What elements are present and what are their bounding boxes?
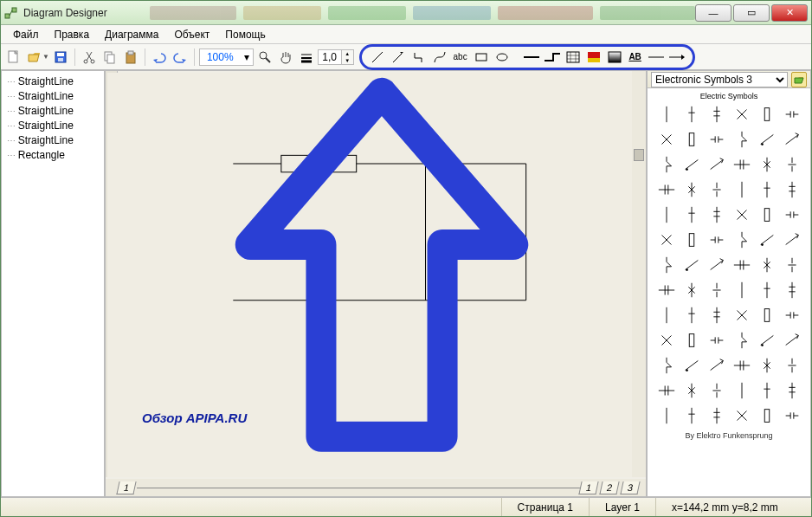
copy-button[interactable] <box>100 48 119 67</box>
palette-symbol[interactable] <box>782 104 802 125</box>
palette-symbol[interactable] <box>706 154 727 175</box>
minimize-button[interactable]: — <box>695 4 731 22</box>
palette-symbol[interactable] <box>782 330 802 351</box>
paste-button[interactable] <box>121 48 140 67</box>
palette-symbol[interactable] <box>731 305 752 326</box>
palette-symbol[interactable] <box>681 305 702 326</box>
palette-symbol[interactable] <box>757 280 777 301</box>
palette-symbol[interactable] <box>656 129 677 150</box>
palette-symbol[interactable] <box>757 305 777 326</box>
tree-item[interactable]: StraightLine <box>7 104 99 119</box>
palette-symbol[interactable] <box>757 355 777 376</box>
palette-symbol[interactable] <box>681 129 702 150</box>
palette-symbol[interactable] <box>681 255 702 275</box>
palette-symbol[interactable] <box>706 330 727 351</box>
tree-item[interactable]: StraightLine <box>7 74 99 89</box>
palette-symbol[interactable] <box>782 280 802 301</box>
line-width-input[interactable] <box>318 49 342 65</box>
page-tab[interactable]: 2 <box>599 481 619 494</box>
palette-symbol[interactable] <box>757 179 777 200</box>
cut-button[interactable] <box>80 48 99 67</box>
palette-symbol[interactable] <box>656 305 677 326</box>
fill-color[interactable] <box>585 48 603 66</box>
zoom-combo[interactable]: 100% ▾ <box>199 48 254 66</box>
palette-symbol[interactable] <box>681 204 702 225</box>
palette-symbol[interactable] <box>656 255 677 275</box>
save-button[interactable] <box>51 48 70 67</box>
palette-symbol[interactable] <box>656 355 677 376</box>
palette-symbol[interactable] <box>731 179 752 200</box>
open-dropdown[interactable]: ▼ <box>42 53 49 61</box>
palette-symbol[interactable] <box>706 355 727 376</box>
menu-object[interactable]: Объект <box>167 26 216 43</box>
line-style-step[interactable] <box>544 48 561 66</box>
palette-symbol[interactable] <box>656 179 677 200</box>
palette-symbol[interactable] <box>757 204 777 225</box>
palette-symbol[interactable] <box>782 179 802 200</box>
menu-diagram[interactable]: Диаграмма <box>98 26 165 43</box>
palette-symbol[interactable] <box>706 129 727 150</box>
drawing-canvas[interactable]: Обзор APIPA.RU <box>107 73 644 477</box>
palette-symbol[interactable] <box>681 380 702 401</box>
palette-symbol[interactable] <box>656 280 677 301</box>
palette-symbol[interactable] <box>731 104 752 125</box>
palette-symbol[interactable] <box>782 355 802 376</box>
line-width-spinner[interactable]: ▲▼ <box>342 49 354 65</box>
palette-symbol[interactable] <box>757 154 777 175</box>
palette-body[interactable]: Electric Symbols By Elektro Funkensprung <box>648 88 810 496</box>
palette-symbol[interactable] <box>782 255 802 275</box>
palette-symbol[interactable] <box>731 154 752 175</box>
menu-file[interactable]: Файл <box>6 26 46 43</box>
text-style[interactable]: AB <box>627 48 644 66</box>
palette-symbol[interactable] <box>681 179 702 200</box>
palette-symbol[interactable] <box>656 229 677 250</box>
palette-symbol[interactable] <box>757 229 777 250</box>
tool-rectangle[interactable] <box>473 48 490 66</box>
redo-button[interactable] <box>171 48 190 67</box>
palette-symbol[interactable] <box>706 229 727 250</box>
page-tab[interactable]: 1 <box>578 481 598 494</box>
palette-symbol[interactable] <box>782 204 802 225</box>
tool-connector[interactable] <box>410 48 428 66</box>
tool-ellipse[interactable] <box>493 48 511 66</box>
palette-open-button[interactable] <box>791 72 807 87</box>
tree-item[interactable]: StraightLine <box>7 133 99 148</box>
palette-symbol[interactable] <box>782 380 802 401</box>
palette-symbol[interactable] <box>706 280 727 301</box>
canvas-area[interactable]: Обзор APIPA.RU 1 1 2 3 <box>105 70 647 497</box>
palette-symbol[interactable] <box>706 104 727 125</box>
palette-symbol[interactable] <box>706 204 727 225</box>
arrow-start[interactable] <box>648 48 665 66</box>
palette-symbol[interactable] <box>731 129 752 150</box>
undo-button[interactable] <box>150 48 169 67</box>
palette-symbol[interactable] <box>757 380 777 401</box>
palette-symbol[interactable] <box>681 280 702 301</box>
tool-line[interactable] <box>369 48 386 66</box>
palette-symbol[interactable] <box>681 104 702 125</box>
palette-symbol[interactable] <box>656 330 677 351</box>
palette-symbol[interactable] <box>681 229 702 250</box>
fill-gradient[interactable] <box>606 48 623 66</box>
palette-select[interactable]: Electronic Symbols 3 <box>651 72 788 87</box>
palette-symbol[interactable] <box>757 255 777 275</box>
palette-symbol[interactable] <box>681 154 702 175</box>
palette-symbol[interactable] <box>782 405 802 426</box>
palette-symbol[interactable] <box>656 204 677 225</box>
palette-symbol[interactable] <box>656 154 677 175</box>
line-style-solid[interactable] <box>523 48 540 66</box>
tool-curve[interactable] <box>431 48 448 66</box>
palette-symbol[interactable] <box>706 255 727 275</box>
palette-symbol[interactable] <box>782 229 802 250</box>
palette-symbol[interactable] <box>782 305 802 326</box>
palette-symbol[interactable] <box>706 179 727 200</box>
palette-symbol[interactable] <box>757 129 777 150</box>
close-button[interactable]: ✕ <box>771 4 808 22</box>
menu-edit[interactable]: Правка <box>48 26 97 43</box>
palette-symbol[interactable] <box>731 355 752 376</box>
palette-symbol[interactable] <box>731 255 752 275</box>
tool-arrow-line[interactable] <box>390 48 407 66</box>
palette-symbol[interactable] <box>706 305 727 326</box>
palette-symbol[interactable] <box>656 405 677 426</box>
palette-symbol[interactable] <box>656 380 677 401</box>
pan-tool-button[interactable] <box>276 48 295 67</box>
